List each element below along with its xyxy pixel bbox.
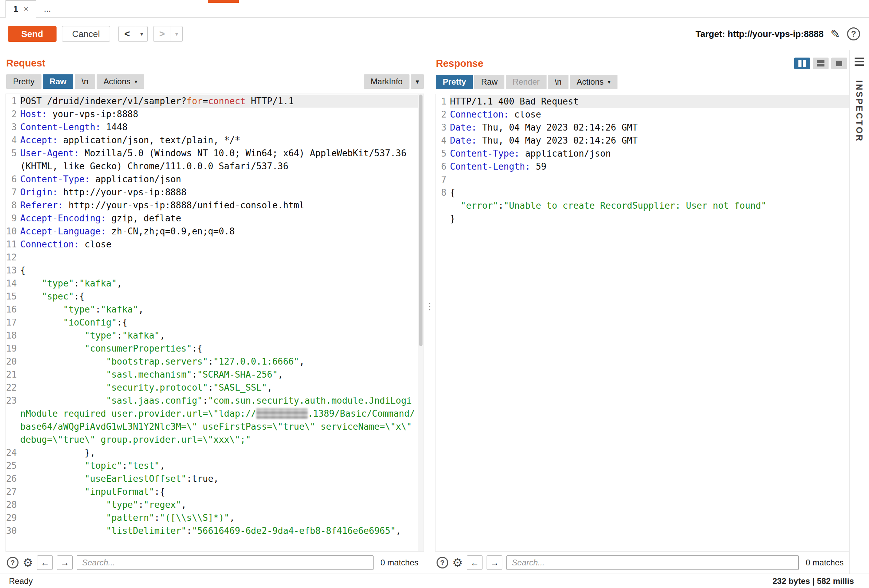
line-number: 6 <box>6 173 20 186</box>
edit-target-icon[interactable]: ✎ <box>830 27 841 41</box>
code-line: 4Accept: application/json, text/plain, *… <box>6 134 424 147</box>
request-actions-button[interactable]: Actions ▾ <box>96 74 144 89</box>
code-line: 21 "sasl.mechanism":"SCRAM-SHA-256", <box>6 368 424 381</box>
line-number: 18 <box>6 329 20 342</box>
response-title: Response <box>436 58 483 69</box>
code-line: 17 "ioConfig":{ <box>6 316 424 329</box>
request-title: Request <box>6 58 45 69</box>
code-line: 23 "sasl.jaas.config":"com.sun.security.… <box>6 394 424 446</box>
chevron-down-icon: ▾ <box>608 79 610 85</box>
request-tab-pretty[interactable]: Pretty <box>6 74 42 89</box>
close-tab-icon[interactable]: × <box>24 4 28 14</box>
response-tab-raw[interactable]: Raw <box>474 75 504 89</box>
line-number: 14 <box>6 277 20 290</box>
line-number: 25 <box>6 459 20 472</box>
help-icon[interactable]: ? <box>7 557 18 569</box>
code-line: 7 <box>436 173 849 186</box>
request-header: Request <box>6 50 424 72</box>
search-prev-button[interactable]: ← <box>37 555 53 570</box>
back-dropdown-chevron-icon[interactable]: ▾ <box>136 26 148 42</box>
code-line: 10Accept-Language: zh-CN,zh;q=0.9,en;q=0… <box>6 225 424 238</box>
search-next-button[interactable]: → <box>57 555 73 570</box>
response-editor[interactable]: 1HTTP/1.1 400 Bad Request2Connection: cl… <box>435 94 849 552</box>
repeater-tab-1[interactable]: 1 × <box>6 0 36 18</box>
line-number: 4 <box>6 134 20 147</box>
gear-icon[interactable]: ⚙ <box>452 557 463 569</box>
panel-divider[interactable]: ⋮⋮ <box>424 50 435 573</box>
request-tab-raw[interactable]: Raw <box>43 74 73 89</box>
code-line: 1POST /druid/indexer/v1/sampler?for=conn… <box>6 95 424 108</box>
redacted-ip <box>256 409 308 419</box>
tab-label: 1 <box>13 4 18 14</box>
help-icon[interactable]: ? <box>436 557 448 569</box>
code-line: 7Origin: http://your-vps-ip:8888 <box>6 186 424 199</box>
code-line: 11Connection: close <box>6 238 424 251</box>
search-prev-button[interactable]: ← <box>467 555 482 570</box>
request-editor[interactable]: 1POST /druid/indexer/v1/sampler?for=conn… <box>6 93 424 552</box>
forward-button[interactable]: > <box>153 26 171 42</box>
markinfo-tab[interactable]: MarkInfo <box>364 74 409 89</box>
code-line: 27 "inputFormat":{ <box>6 485 424 498</box>
line-number: 23 <box>6 394 20 446</box>
response-tab-render[interactable]: Render <box>506 75 547 89</box>
response-view-tabs: Pretty Raw Render \n Actions ▾ <box>436 75 849 89</box>
code-line: 20 "bootstrap.servers":"127.0.0.1:6666", <box>6 355 424 368</box>
code-line: 12 <box>6 251 424 264</box>
response-code[interactable]: 1HTTP/1.1 400 Bad Request2Connection: cl… <box>436 94 849 225</box>
line-number: 12 <box>6 251 20 264</box>
back-button[interactable]: < <box>118 26 136 42</box>
code-line: 5Content-Type: application/json <box>436 147 849 160</box>
request-scrollbar[interactable] <box>418 94 424 551</box>
forward-dropdown-chevron-icon[interactable]: ▾ <box>171 26 182 42</box>
menu-icon[interactable] <box>855 58 864 66</box>
send-button[interactable]: Send <box>8 26 56 42</box>
line-number: 7 <box>6 186 20 199</box>
code-line: 2Connection: close <box>436 108 849 121</box>
request-view-tabs: Pretty Raw \n Actions ▾ MarkInfo ▾ <box>6 74 424 89</box>
code-line: 29 "pattern":"([\\s\\S]*)", <box>6 511 424 524</box>
code-line: 22 "security.protocol":"SASL_SSL", <box>6 381 424 394</box>
line-number: 11 <box>6 238 20 251</box>
code-line: 15 "spec":{ <box>6 290 424 303</box>
code-line: 13{ <box>6 264 424 277</box>
help-icon[interactable]: ? <box>847 27 860 40</box>
request-match-count: 0 matches <box>380 558 418 567</box>
line-number: 19 <box>6 342 20 355</box>
repeater-tab-more[interactable]: ... <box>36 0 59 18</box>
response-actions-button[interactable]: Actions ▾ <box>570 75 617 89</box>
code-line: 14 "type":"kafka", <box>6 277 424 290</box>
line-number: 8 <box>6 199 20 212</box>
response-tab-pretty[interactable]: Pretty <box>436 75 473 89</box>
line-number: 8 <box>436 186 450 225</box>
scrollbar-thumb[interactable] <box>419 95 423 346</box>
search-next-button[interactable]: → <box>486 555 502 570</box>
markinfo-dropdown[interactable]: ▾ <box>411 74 424 89</box>
request-search-input[interactable] <box>77 555 374 570</box>
inspector-sidebar[interactable]: INSPECTOR <box>849 50 869 573</box>
line-number: 29 <box>6 511 20 524</box>
actions-label: Actions <box>577 77 604 87</box>
repeater-tab-bar: 1 × ... <box>0 0 869 18</box>
layout-rows-button[interactable] <box>813 58 829 69</box>
layout-columns-button[interactable] <box>794 58 810 69</box>
code-line: 8{ "error":"Unable to create RecordSuppl… <box>436 186 849 225</box>
code-line: 18 "type":"kafka", <box>6 329 424 342</box>
code-line: 28 "type":"regex", <box>6 498 424 511</box>
chevron-down-icon: ▾ <box>416 77 419 86</box>
code-line: 9Accept-Encoding: gzip, deflate <box>6 212 424 225</box>
layout-single-button[interactable] <box>831 58 847 69</box>
line-number: 20 <box>6 355 20 368</box>
response-search-input[interactable] <box>506 555 799 570</box>
actions-label: Actions <box>104 77 130 86</box>
line-number: 24 <box>6 446 20 459</box>
cancel-button[interactable]: Cancel <box>62 26 110 42</box>
code-line: 19 "consumerProperties":{ <box>6 342 424 355</box>
line-number: 5 <box>436 147 450 160</box>
request-code[interactable]: 1POST /druid/indexer/v1/sampler?for=conn… <box>6 94 424 537</box>
response-tab-newline[interactable]: \n <box>548 75 568 89</box>
gear-icon[interactable]: ⚙ <box>22 557 33 569</box>
back-button-group: < ▾ <box>118 26 148 42</box>
code-line: 3Content-Length: 1448 <box>6 121 424 134</box>
response-match-count: 0 matches <box>805 558 844 567</box>
request-tab-newline[interactable]: \n <box>75 74 95 89</box>
